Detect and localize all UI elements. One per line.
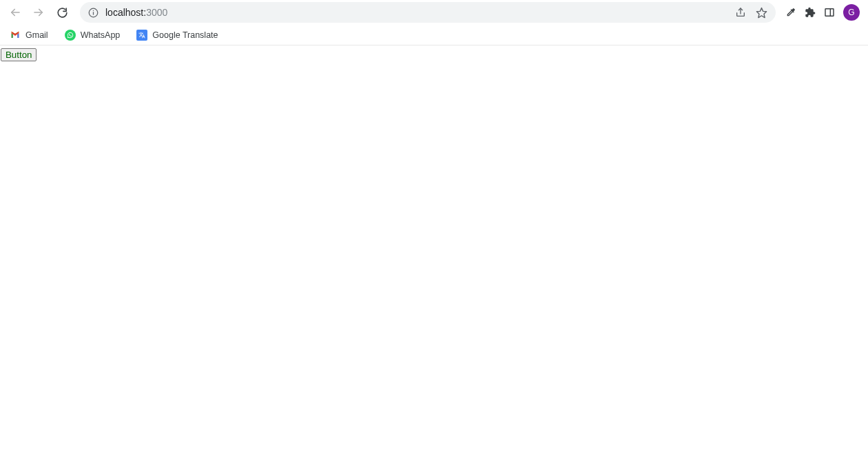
star-icon (756, 7, 767, 19)
back-button[interactable] (6, 3, 25, 22)
bookmark-label: WhatsApp (81, 30, 121, 40)
forward-button[interactable] (29, 3, 48, 22)
svg-point-4 (93, 10, 94, 10)
url-text: localhost:3000 (105, 7, 728, 18)
extensions-button[interactable] (805, 7, 816, 18)
puzzle-icon (805, 7, 816, 18)
share-icon (735, 7, 746, 18)
browser-toolbar: localhost:3000 G (0, 0, 868, 25)
svg-rect-6 (825, 9, 834, 17)
page-button[interactable]: Button (1, 48, 37, 61)
bookmark-gmail[interactable]: Gmail (7, 28, 51, 43)
site-info-icon[interactable] (88, 8, 99, 18)
bookmark-label: Gmail (25, 30, 48, 40)
profile-initial: G (848, 8, 854, 17)
omnibox-actions (735, 7, 767, 19)
whatsapp-icon (65, 30, 76, 41)
address-bar[interactable]: localhost:3000 (80, 2, 776, 23)
panel-icon (824, 7, 835, 18)
reload-button[interactable] (52, 3, 72, 22)
bookmark-whatsapp[interactable]: WhatsApp (62, 28, 123, 43)
url-port: 3000 (146, 7, 167, 18)
bookmark-button[interactable] (756, 7, 767, 19)
eyedropper-icon (785, 7, 796, 18)
gmail-icon (10, 30, 21, 41)
info-icon (88, 8, 99, 18)
share-button[interactable] (735, 7, 746, 18)
google-translate-icon (136, 30, 147, 41)
url-host: localhost: (105, 7, 146, 18)
reload-icon (56, 7, 68, 19)
svg-marker-5 (756, 8, 766, 17)
arrow-right-icon (32, 6, 45, 19)
toolbar-right: G (785, 4, 862, 21)
bookmarks-bar: Gmail WhatsApp Google Translate (0, 25, 868, 45)
page-content: Button (0, 45, 868, 61)
arrow-left-icon (9, 6, 21, 19)
bookmark-label: Google Translate (152, 30, 218, 40)
eyedropper-button[interactable] (785, 7, 796, 18)
side-panel-button[interactable] (824, 7, 835, 18)
profile-avatar[interactable]: G (843, 4, 860, 21)
bookmark-google-translate[interactable]: Google Translate (134, 28, 220, 43)
